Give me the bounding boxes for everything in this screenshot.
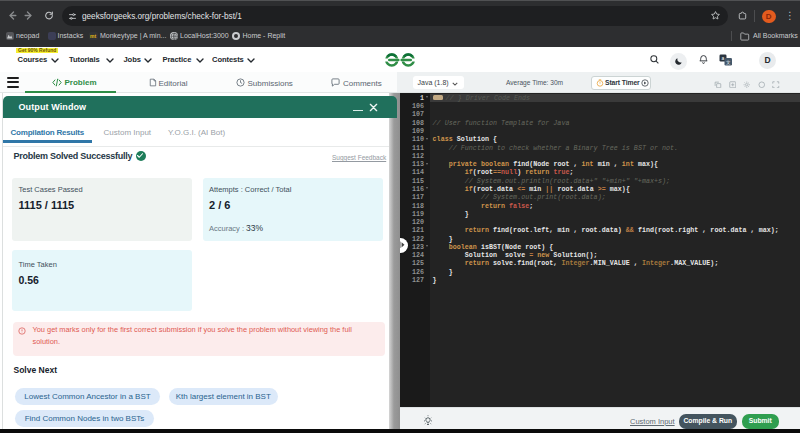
svg-text:文: 文: [726, 60, 731, 65]
svg-text:a: a: [722, 55, 725, 61]
